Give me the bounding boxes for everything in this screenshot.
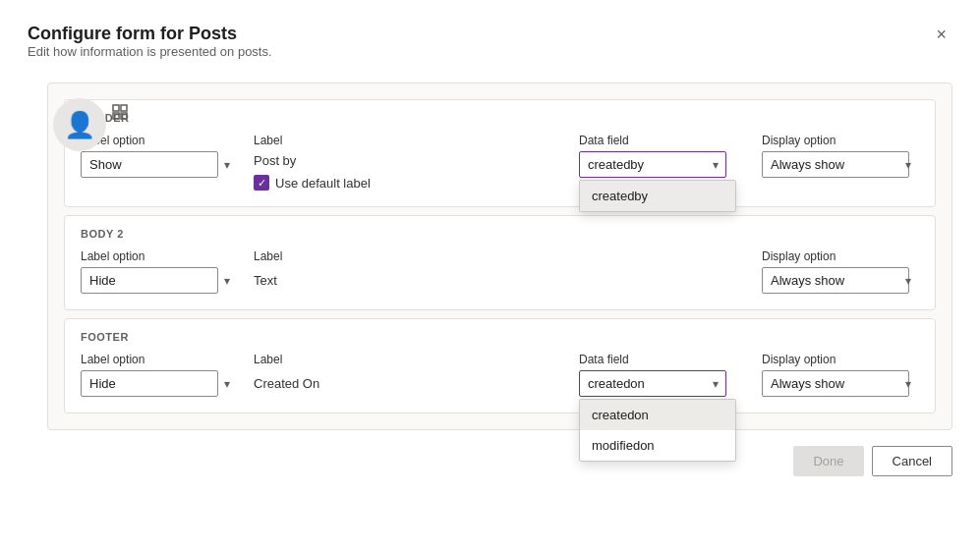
- close-button[interactable]: ×: [930, 24, 952, 45]
- body2-label-option-label: Label option: [81, 249, 238, 263]
- header-display-option-select-wrapper: Always show Never show: [762, 151, 919, 178]
- svg-rect-1: [121, 105, 127, 111]
- header-label-field-label: Label: [254, 134, 372, 147]
- header-section-label: HEADER: [81, 112, 919, 124]
- footer-section-label: FOOTER: [81, 331, 919, 343]
- done-button[interactable]: Done: [793, 446, 863, 476]
- body2-section: BODY 2 Label option Show Hide: [64, 215, 936, 310]
- footer-data-field-wrapper: createdon modifiedon createdon modifiedo…: [579, 370, 746, 397]
- body2-display-option-select-wrapper: Always show Never show: [762, 267, 919, 294]
- footer-data-field-select[interactable]: createdon modifiedon: [579, 370, 726, 397]
- grid-icon-container: [112, 104, 130, 126]
- body2-label-field-label: Label: [254, 249, 372, 263]
- footer-label-field-label: Label: [254, 353, 372, 366]
- header-display-option-label: Display option: [762, 134, 919, 147]
- sections-container: HEADER Label option Show Hide: [47, 82, 952, 430]
- header-data-field-wrapper: createdby createdby: [579, 151, 746, 178]
- body2-display-option-select[interactable]: Always show Never show: [762, 267, 909, 294]
- footer-dropdown-item-createdon[interactable]: createdon: [580, 400, 735, 430]
- header-label-group: Label Post by Use default label: [254, 134, 372, 191]
- footer-label-value: Created On: [254, 370, 372, 391]
- footer-label-option-select-wrapper: Show Hide: [81, 370, 238, 397]
- header-data-field-group: Data field createdby createdby: [579, 134, 746, 178]
- footer-data-field-label: Data field: [579, 353, 746, 366]
- footer-data-field-dropdown: createdon modifiedon: [579, 399, 736, 462]
- buttons-row: Done Cancel: [28, 446, 952, 476]
- header-label-option-select[interactable]: Show Hide: [81, 151, 218, 178]
- dialog-title: Configure form for Posts: [28, 24, 272, 44]
- body2-display-option-label: Display option: [762, 249, 919, 263]
- header-section: HEADER Label option Show Hide: [64, 99, 936, 207]
- footer-form-row: Label option Show Hide Label Created On: [81, 353, 919, 397]
- body2-display-option-group: Display option Always show Never show: [762, 249, 919, 294]
- header-use-default-label: Use default label: [275, 176, 371, 191]
- body2-section-label: BODY 2: [81, 228, 919, 240]
- footer-data-field-group: Data field createdon modifiedon createdo…: [579, 353, 746, 397]
- body2-label-option-select-wrapper: Show Hide: [81, 267, 238, 294]
- footer-label-option-label: Label option: [81, 353, 238, 366]
- body2-label-option-select[interactable]: Show Hide: [81, 267, 218, 294]
- header-data-field-select-wrapper: createdby: [579, 151, 726, 178]
- dialog-subtitle: Edit how information is presented on pos…: [28, 44, 272, 59]
- body2-label-value: Text: [254, 267, 372, 288]
- configure-dialog: Configure form for Posts Edit how inform…: [0, 0, 980, 550]
- header-display-option-group: Display option Always show Never show: [762, 134, 919, 178]
- header-label-option-select-wrapper: Show Hide: [81, 151, 238, 178]
- dialog-header: Configure form for Posts Edit how inform…: [28, 24, 952, 79]
- header-label-value: Post by: [254, 147, 296, 168]
- body2-label-group: Label Text: [254, 249, 372, 288]
- footer-label-group: Label Created On: [254, 353, 372, 391]
- svg-rect-2: [113, 113, 119, 119]
- avatar-container: 👤: [53, 98, 106, 155]
- footer-section: FOOTER Label option Show Hide: [64, 318, 936, 413]
- svg-rect-0: [113, 105, 119, 111]
- header-data-field-dropdown: createdby: [579, 180, 736, 212]
- grid-icon: [112, 104, 130, 122]
- header-use-default-checkbox[interactable]: [254, 175, 269, 191]
- cancel-button[interactable]: Cancel: [872, 446, 952, 476]
- header-data-field-label: Data field: [579, 134, 746, 147]
- footer-label-option-select[interactable]: Show Hide: [81, 370, 218, 397]
- header-use-default-row: Use default label: [254, 175, 372, 191]
- footer-display-option-select[interactable]: Always show Never show: [762, 370, 909, 397]
- person-icon: 👤: [64, 110, 95, 140]
- svg-rect-3: [121, 113, 127, 119]
- footer-dropdown-item-modifiedon[interactable]: modifiedon: [580, 430, 735, 461]
- header-dropdown-item-createdby[interactable]: createdby: [580, 181, 735, 211]
- body2-label-option-group: Label option Show Hide: [81, 249, 238, 294]
- footer-display-option-label: Display option: [762, 353, 919, 366]
- header-data-field-select[interactable]: createdby: [579, 151, 726, 178]
- header-display-option-select[interactable]: Always show Never show: [762, 151, 909, 178]
- footer-label-option-group: Label option Show Hide: [81, 353, 238, 397]
- header-form-row: Label option Show Hide Label Post by: [81, 134, 919, 191]
- footer-display-option-group: Display option Always show Never show: [762, 353, 919, 397]
- body2-form-row: Label option Show Hide Label Text: [81, 249, 919, 294]
- footer-display-option-select-wrapper: Always show Never show: [762, 370, 919, 397]
- footer-data-field-select-wrapper: createdon modifiedon: [579, 370, 726, 397]
